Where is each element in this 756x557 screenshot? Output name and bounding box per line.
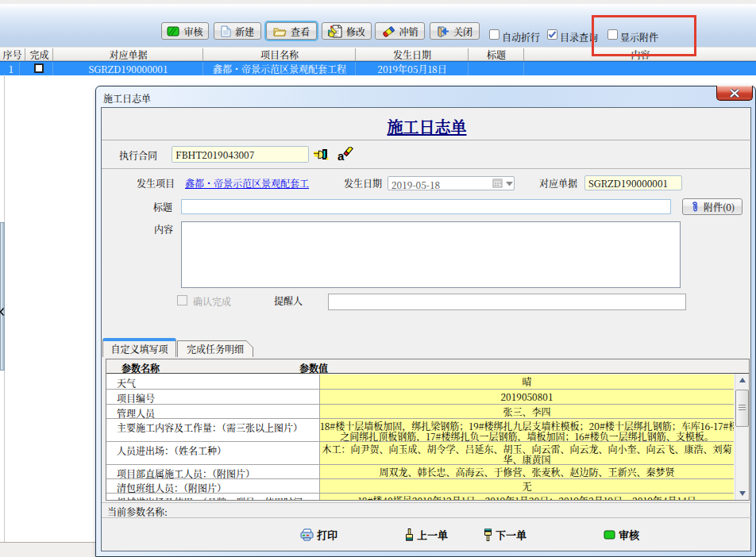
svg-text:a: a (338, 149, 345, 162)
